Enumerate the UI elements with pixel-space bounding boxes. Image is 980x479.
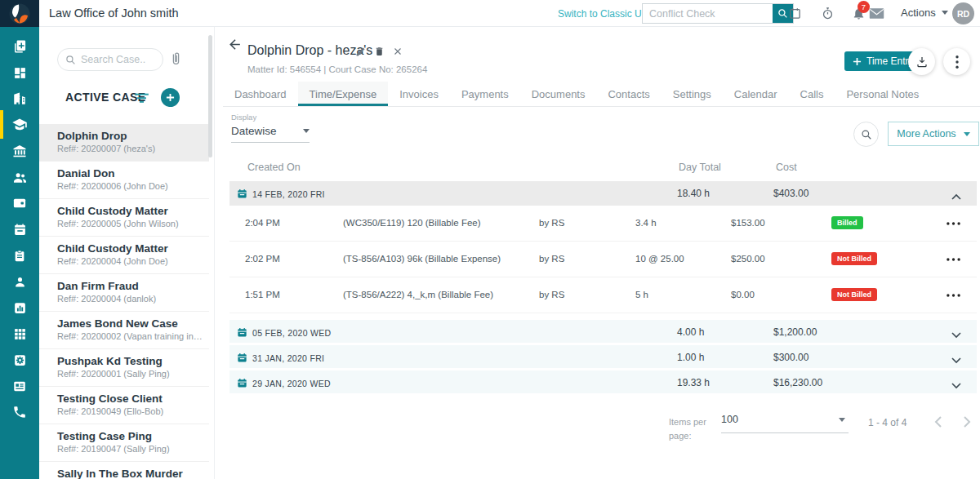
actions-menu[interactable]: Actions — [901, 7, 948, 19]
entry-amount: $0.00 — [731, 290, 755, 299]
case-list-item[interactable]: Dolphin Drop Ref#: 20200007 (heza's) — [39, 124, 209, 162]
date-group-row[interactable]: 14 FEB, 2020 FRI 18.40 h $403.00 — [229, 181, 977, 206]
rail-calendar-icon[interactable] — [0, 216, 39, 242]
tab-payments[interactable]: Payments — [450, 82, 520, 106]
app-logo[interactable] — [0, 0, 39, 27]
rail-news-icon[interactable] — [0, 373, 39, 399]
chevron-up-icon[interactable] — [951, 188, 961, 203]
edit-icon[interactable] — [355, 47, 366, 57]
case-ref: Ref#: 20200004 (John Doe) — [57, 256, 204, 266]
chevron-down-icon[interactable] — [951, 327, 961, 342]
tab-personal-notes[interactable]: Personal Notes — [835, 82, 930, 106]
time-entry-label: Time Entry — [866, 55, 914, 67]
back-button[interactable] — [225, 35, 243, 53]
rail-contacts-icon[interactable] — [0, 268, 39, 295]
timer-icon[interactable] — [819, 5, 835, 21]
entry-description: (TS-856/A103) 96k (Billable Expense) — [343, 254, 501, 264]
more-actions-button[interactable]: More Actions — [888, 122, 979, 146]
close-icon[interactable] — [393, 47, 403, 56]
case-list-scrollbar[interactable] — [208, 35, 212, 157]
case-title: Dolphin Drop — [57, 130, 209, 142]
entry-description: (TS-856/A222) 4,_k,m (Billable Fee) — [343, 290, 493, 299]
case-list-item[interactable]: Dan Firm Fraud Ref#: 20200004 (danlok) — [39, 274, 209, 312]
group-date: 29 JAN, 2020 WED — [252, 379, 331, 388]
tab-calls[interactable]: Calls — [789, 82, 835, 106]
display-select[interactable]: Datewise — [231, 125, 310, 143]
mail-icon[interactable] — [868, 5, 884, 21]
case-list-item[interactable]: Child Custody Matter Ref#: 20200005 (Joh… — [39, 199, 209, 237]
case-list-item[interactable]: Danial Don Ref#: 20200006 (John Doe) — [39, 162, 209, 199]
case-list-item[interactable]: Testing Close Client Ref#: 20190049 (Ell… — [39, 387, 209, 424]
time-entry-row[interactable]: 1:51 PM (TS-856/A222) 4,_k,m (Billable F… — [229, 277, 977, 313]
rail-office-icon[interactable] — [0, 86, 39, 112]
rail-dashboard-icon[interactable] — [0, 60, 39, 86]
more-options-button[interactable] — [943, 48, 970, 75]
case-list-item[interactable]: Child Custody Matter Ref#: 20200004 (Joh… — [39, 237, 209, 274]
case-title: Testing Case Ping — [57, 430, 209, 442]
case-search-input[interactable] — [81, 54, 151, 65]
download-icon — [915, 55, 929, 69]
row-menu-icon[interactable] — [947, 253, 960, 263]
case-list: Dolphin Drop Ref#: 20200007 (heza's) Dan… — [39, 124, 209, 479]
filter-icon[interactable] — [133, 92, 150, 108]
rail-tasks-icon[interactable] — [0, 242, 39, 268]
time-entry-row[interactable]: 2:04 PM (WC350/E119) 120 (Billable Fee) … — [229, 206, 977, 242]
tab-dashboard[interactable]: Dashboard — [223, 82, 298, 106]
case-ref: Ref#: 20200001 (Sally Ping) — [57, 369, 204, 379]
prev-page-button[interactable] — [929, 413, 947, 431]
page-size-select[interactable]: 100 — [721, 414, 849, 433]
case-ref: Ref#: 20200006 (John Doe) — [57, 181, 204, 191]
date-group-row[interactable]: 31 JAN, 2020 FRI 1.00 h $300.00 — [229, 345, 977, 368]
time-entry-row[interactable]: 2:02 PM (TS-856/A103) 96k (Billable Expe… — [229, 242, 977, 277]
rail-settings-icon[interactable] — [0, 347, 39, 373]
tab-contacts[interactable]: Contacts — [596, 82, 661, 106]
case-list-item[interactable]: James Bond New Case Ref#: 20200002 (Vapa… — [39, 312, 209, 349]
table-search-button[interactable] — [853, 122, 879, 147]
rail-clients-icon[interactable] — [0, 164, 39, 190]
conflict-check-search — [642, 3, 794, 24]
calendar-icon — [237, 326, 247, 341]
rail-billing-icon[interactable] — [0, 190, 39, 216]
add-case-button[interactable] — [161, 88, 180, 107]
chevron-down-icon — [839, 418, 845, 422]
date-group-row[interactable]: 29 JAN, 2020 WED 19.33 h $16,230.00 — [229, 370, 977, 393]
rail-add-case-icon[interactable] — [0, 33, 39, 60]
case-title: Danial Don — [57, 167, 209, 180]
items-per-page-label: Items per page: — [669, 415, 711, 442]
date-group-row[interactable]: 05 FEB, 2020 WED 4.00 h $1,200.00 — [229, 320, 977, 343]
switch-classic-ui-link[interactable]: Switch to Classic UI — [558, 8, 644, 20]
case-list-item[interactable]: Sally In The Box Murder Case — [39, 462, 209, 479]
col-created-on: Created On — [247, 162, 301, 173]
case-list-item[interactable]: Pushpak Kd Testing Ref#: 20200001 (Sally… — [39, 349, 209, 387]
chevron-down-icon[interactable] — [951, 378, 961, 393]
case-ref: Ref#: 20200007 (heza's) — [57, 144, 204, 153]
tab-calendar[interactable]: Calendar — [723, 82, 789, 106]
case-title: Child Custody Matter — [57, 242, 209, 255]
rail-apps-icon[interactable] — [0, 321, 39, 347]
row-menu-icon[interactable] — [947, 289, 960, 299]
rail-calls-icon[interactable] — [0, 399, 39, 425]
group-date: 05 FEB, 2020 WED — [252, 328, 331, 338]
case-list-item[interactable]: Testing Case Ping Ref#: 20190047 (Sally … — [39, 424, 209, 462]
delete-icon[interactable] — [374, 46, 385, 57]
next-page-button[interactable] — [958, 413, 976, 431]
conflict-check-input[interactable] — [643, 4, 773, 23]
row-menu-icon[interactable] — [947, 217, 960, 227]
tab-invoices[interactable]: Invoices — [388, 82, 450, 106]
download-button[interactable] — [908, 48, 935, 75]
rail-reports-icon[interactable] — [0, 295, 39, 321]
kebab-icon — [956, 55, 959, 69]
case-ref: Ref#: 20200004 (danlok) — [57, 294, 204, 304]
attachment-icon[interactable] — [170, 51, 182, 70]
entry-quantity: 5 h — [635, 290, 648, 299]
rail-bank-icon[interactable] — [0, 138, 39, 164]
avatar[interactable]: RD — [952, 2, 974, 24]
tab-documents[interactable]: Documents — [520, 82, 597, 106]
rail-matters-icon[interactable] — [0, 112, 39, 138]
notifications-icon[interactable]: 7 — [850, 5, 866, 21]
calendar-icon[interactable] — [786, 5, 803, 21]
tab-settings[interactable]: Settings — [662, 82, 723, 106]
case-title: Sally In The Box Murder Case — [57, 468, 209, 479]
chevron-down-icon[interactable] — [951, 353, 961, 367]
tab-time-expense[interactable]: Time/Expense — [298, 82, 389, 106]
